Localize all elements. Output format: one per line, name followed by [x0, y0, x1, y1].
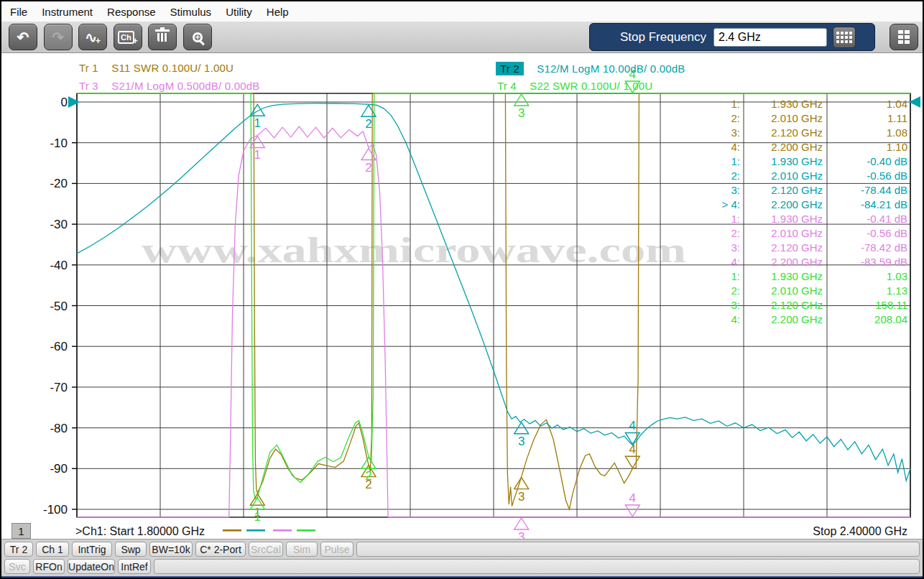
marker-frequency: 1.930 GHz: [771, 155, 823, 167]
marker-frequency: 2.120 GHz: [771, 184, 823, 196]
marker-number: 3:: [731, 126, 740, 139]
marker-4-tr1[interactable]: [625, 456, 639, 468]
marker-frequency: 2.010 GHz: [771, 112, 823, 124]
marker-value: -78.44 dB: [861, 184, 907, 196]
status-tr-2[interactable]: Tr 2: [4, 542, 33, 557]
status-rfon[interactable]: RFOn: [33, 559, 65, 574]
delete-button[interactable]: [148, 24, 177, 50]
redo-button[interactable]: ↷: [44, 24, 73, 50]
status-c-2-port[interactable]: C* 2-Port: [195, 542, 246, 557]
marker-1-label: 1: [254, 116, 261, 130]
channel-tab-1[interactable]: 1: [11, 523, 31, 539]
marker-1-tr2[interactable]: [250, 104, 264, 116]
legend-dash-tr1: [223, 529, 241, 532]
trace2-header[interactable]: Tr 2 S12/M LogM 10.00dB/ 0.00dB: [496, 62, 685, 75]
status-ch-1[interactable]: Ch 1: [36, 542, 69, 557]
marker-3-tr3[interactable]: [514, 518, 529, 529]
status-intref[interactable]: IntRef: [118, 559, 151, 574]
status-pulse[interactable]: Pulse: [320, 542, 354, 557]
trace3-name: Tr 3: [79, 80, 98, 92]
toolbar: ↶↷∿+Ch++ Stop Frequency: [1, 22, 923, 53]
marker-3-label: 3: [518, 106, 525, 120]
channel-start-text: >Ch1: Start 1.80000 GHz: [75, 525, 205, 537]
marker-1-tr4[interactable]: [250, 498, 264, 509]
marker-value: -83.59 dB: [861, 256, 907, 268]
marker-1-label: 1: [254, 506, 261, 519]
marker-number: 3:: [731, 241, 740, 254]
stop-frequency-label: Stop Frequency: [620, 30, 706, 45]
marker-2-tr2[interactable]: [361, 105, 376, 116]
side-menu-button[interactable]: [890, 24, 918, 50]
trace1-name: Tr 1: [79, 62, 98, 74]
status-inttrig[interactable]: IntTrig: [72, 542, 112, 557]
marker-2-tr1[interactable]: [361, 465, 376, 477]
stop-frequency-input[interactable]: [713, 28, 827, 47]
marker-value: -84.21 dB: [861, 198, 907, 210]
marker-number: > 4:: [722, 198, 740, 210]
marker-value: 1.04: [887, 98, 907, 110]
marker-1-tr3[interactable]: [250, 136, 264, 147]
menu-help[interactable]: Help: [267, 6, 289, 18]
marker-4-label: 4: [629, 491, 636, 505]
status-swp[interactable]: Swp: [115, 542, 147, 557]
trace4-header[interactable]: Tr 4 S22 SWR 0.100U/ 1.00U: [497, 80, 652, 92]
menu-bar: File Instrument Response Stimulus Utilit…: [1, 1, 923, 22]
marker-3-tr1[interactable]: [514, 478, 529, 489]
vna-application-window: File Instrument Response Stimulus Utilit…: [0, 0, 924, 579]
menu-stimulus[interactable]: Stimulus: [170, 6, 212, 18]
trace-tr2: [77, 103, 910, 481]
menu-response[interactable]: Response: [107, 6, 156, 18]
trace3-header[interactable]: Tr 3 S21/M LogM 0.500dB/ 0.00dB: [79, 80, 259, 92]
marker-1-tr1[interactable]: [250, 494, 264, 505]
menu-instrument[interactable]: Instrument: [42, 6, 93, 18]
stop-frequency-panel: Stop Frequency: [589, 23, 875, 51]
marker-4-tr2[interactable]: [625, 432, 639, 444]
marker-2-tr3[interactable]: [361, 149, 376, 160]
marker-frequency: 2.200 GHz: [771, 198, 823, 210]
marker-value: 158.11: [875, 299, 907, 311]
trace1-header[interactable]: Tr 1 S11 SWR 0.100U/ 1.00U: [79, 62, 234, 74]
marker-frequency: 2.010 GHz: [771, 227, 823, 239]
status-updateon[interactable]: UpdateOn: [68, 559, 115, 574]
keypad-icon: [836, 32, 852, 43]
marker-3-label: 3: [518, 490, 525, 504]
marker-frequency: 2.200 GHz: [771, 256, 823, 268]
marker-value: 1.13: [887, 284, 907, 297]
ref-level-pointer-left[interactable]: [68, 96, 80, 108]
marker-4-tr3[interactable]: [625, 505, 639, 517]
marker-frequency: 2.120 GHz: [771, 241, 823, 254]
menu-utility[interactable]: Utility: [226, 6, 252, 18]
undo-button[interactable]: ↶: [9, 24, 37, 50]
marker-frequency: 1.930 GHz: [771, 98, 823, 110]
zoom-in-button[interactable]: +: [183, 24, 212, 50]
trace-tr4: [77, 93, 910, 499]
y-axis-label: -50: [50, 300, 68, 313]
marker-frequency: 2.200 GHz: [771, 313, 823, 325]
status-bw-10k[interactable]: BW=10k: [149, 542, 193, 557]
status-bar: Tr 2Ch 1IntTrigSwpBW=10kC* 2-PortSrcCalS…: [1, 539, 923, 576]
marker-number: 1:: [731, 213, 740, 225]
status-srccal[interactable]: SrcCal: [249, 542, 283, 557]
add-channel-button[interactable]: Ch+: [114, 24, 142, 50]
marker-value: 1.10: [887, 141, 907, 153]
trace4-definition: S22 SWR 0.100U/ 1.00U: [530, 80, 652, 92]
menu-grid-icon: [898, 30, 910, 44]
marker-3-tr2[interactable]: [514, 422, 529, 434]
keypad-button[interactable]: [833, 27, 856, 48]
marker-1-label: 1: [254, 510, 261, 524]
status-svc[interactable]: Svc: [4, 559, 30, 574]
menu-file[interactable]: File: [10, 6, 27, 18]
marker-number: 3:: [731, 184, 740, 196]
marker-value: -0.56 dB: [867, 170, 907, 182]
marker-2-tr4[interactable]: [361, 457, 376, 468]
status-sim[interactable]: Sim: [286, 542, 318, 557]
add-trace-button[interactable]: ∿+: [78, 24, 107, 50]
marker-3-tr4[interactable]: [514, 94, 529, 106]
status-empty-panel: [356, 542, 920, 557]
y-axis-label: -20: [50, 177, 68, 190]
marker-frequency: 2.120 GHz: [771, 299, 823, 311]
ref-level-pointer-right[interactable]: [909, 96, 920, 108]
marker-4-label: 4: [629, 443, 636, 456]
marker-number: 2:: [731, 284, 740, 297]
y-axis-label: -40: [50, 259, 68, 272]
